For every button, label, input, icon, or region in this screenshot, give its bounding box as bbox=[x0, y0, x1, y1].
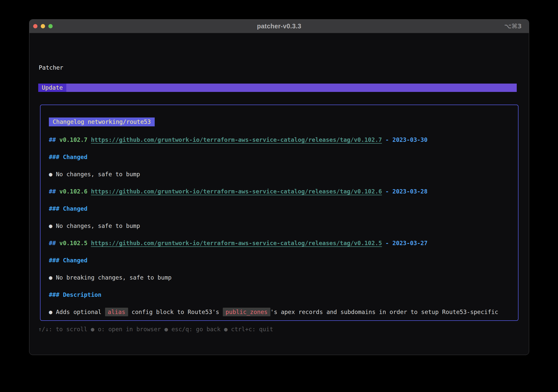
bullet-text: No changes, safe to bump bbox=[56, 171, 140, 178]
inline-code: alias bbox=[105, 308, 128, 316]
bullet-dot: ● bbox=[49, 171, 56, 178]
window-shortcut-badge: ⌥⌘3 bbox=[504, 19, 522, 33]
zoom-button[interactable] bbox=[48, 24, 53, 28]
help-bar: ↑/↓: to scroll ● o: open in browser ● es… bbox=[38, 325, 273, 334]
release-date: 2023-03-30 bbox=[392, 136, 427, 143]
release-version: v0.102.7 bbox=[59, 136, 91, 143]
inline-code: public_zones bbox=[223, 308, 270, 316]
bullet-item: ● No changes, safe to bump bbox=[49, 222, 513, 230]
h3-description: ### Description bbox=[49, 291, 102, 298]
section-heading: ### Description bbox=[49, 290, 513, 299]
window-title: patcher-v0.3.3 bbox=[29, 23, 529, 30]
terminal-window: patcher-v0.3.3 ⌥⌘3 Patcher Update Change… bbox=[29, 19, 529, 355]
separator: - bbox=[382, 240, 393, 246]
traffic-lights bbox=[33, 19, 53, 33]
bullet-item: ● No changes, safe to bump bbox=[49, 170, 513, 179]
changelog-badge: Changelog networking/route53 bbox=[49, 117, 155, 126]
app-heading: Patcher bbox=[39, 63, 63, 72]
close-button[interactable] bbox=[33, 24, 37, 28]
bullet-dot: ● bbox=[49, 274, 56, 281]
bullet-dot: ● bbox=[49, 223, 56, 229]
release-heading: ## v0.102.7 https://github.com/gruntwork… bbox=[49, 135, 513, 144]
release-link[interactable]: https://github.com/gruntwork-io/terrafor… bbox=[91, 188, 382, 195]
separator: - bbox=[382, 136, 393, 143]
h2-hashes: ## bbox=[49, 188, 59, 195]
changelog-viewport[interactable]: Changelog networking/route53 ## v0.102.7… bbox=[40, 105, 519, 321]
h2-hashes: ## bbox=[49, 136, 59, 143]
release-link[interactable]: https://github.com/gruntwork-io/terrafor… bbox=[91, 240, 382, 246]
h3-changed: ### Changed bbox=[49, 205, 87, 212]
bullet-text: ● Adds optional bbox=[49, 309, 105, 315]
release-version: v0.102.6 bbox=[59, 188, 91, 195]
tab-bar: Update bbox=[38, 84, 517, 92]
bullet-item: ● No breaking changes, safe to bump bbox=[49, 273, 513, 282]
h2-hashes: ## bbox=[49, 240, 59, 246]
release-date: 2023-03-28 bbox=[392, 188, 427, 195]
h3-changed: ### Changed bbox=[49, 154, 87, 160]
release-date: 2023-03-27 bbox=[392, 240, 427, 246]
separator: - bbox=[382, 188, 393, 195]
bullet-text: No changes, safe to bump bbox=[56, 223, 140, 229]
bullet-text: No breaking changes, safe to bump bbox=[56, 274, 172, 281]
titlebar: patcher-v0.3.3 ⌥⌘3 bbox=[29, 19, 529, 33]
bullet-text: config block to Route53's bbox=[128, 309, 223, 315]
release-link[interactable]: https://github.com/gruntwork-io/terrafor… bbox=[91, 136, 382, 143]
release-version: v0.102.5 bbox=[59, 240, 91, 246]
h3-changed: ### Changed bbox=[49, 257, 87, 264]
minimize-button[interactable] bbox=[41, 24, 45, 28]
changelog-body: ## v0.102.7 https://github.com/gruntwork… bbox=[49, 135, 513, 316]
terminal-content: Patcher Update Changelog networking/rout… bbox=[29, 33, 529, 355]
tab-update[interactable]: Update bbox=[38, 84, 66, 92]
section-heading: ### Changed bbox=[49, 204, 513, 213]
release-heading: ## v0.102.6 https://github.com/gruntwork… bbox=[49, 187, 513, 196]
section-heading: ### Changed bbox=[49, 153, 513, 161]
bullet-text: 's apex records and subdomains in order … bbox=[270, 309, 498, 315]
bullet-item: ● Adds optional alias config block to Ro… bbox=[49, 308, 513, 316]
release-heading: ## v0.102.5 https://github.com/gruntwork… bbox=[49, 239, 513, 247]
section-heading: ### Changed bbox=[49, 256, 513, 265]
